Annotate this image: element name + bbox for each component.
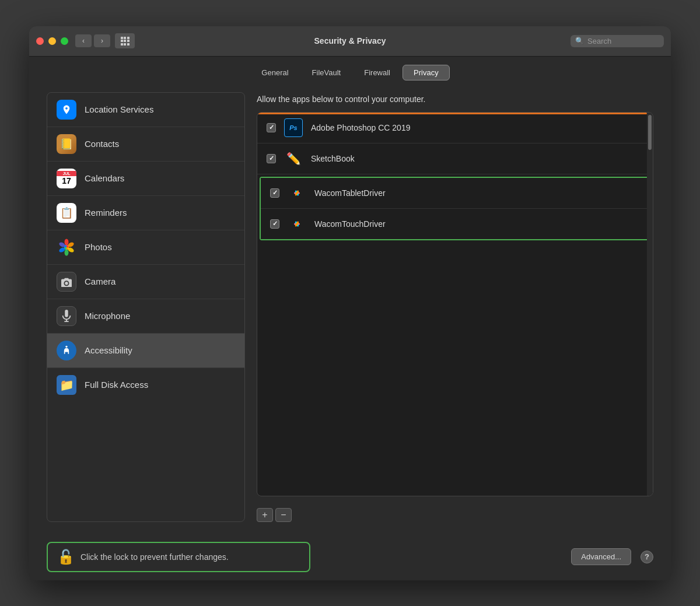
svg-point-11	[65, 345, 67, 347]
checkbox-wacom-tablet[interactable]	[270, 188, 279, 198]
lock-section[interactable]: 🔓 Click the lock to prevent further chan…	[47, 542, 310, 572]
photos-icon	[57, 237, 76, 257]
grid-icon	[121, 37, 130, 45]
svg-point-1	[65, 239, 69, 245]
sidebar: Location Services 📒 Contacts JUL 17 Cale…	[47, 92, 245, 522]
app-name-wacom-touch: WacomTouchDriver	[314, 219, 386, 229]
sidebar-item-contacts[interactable]: 📒 Contacts	[47, 127, 244, 162]
app-item-sketchbook: ✏️ SketchBook	[257, 143, 653, 174]
add-app-button[interactable]: +	[257, 508, 273, 522]
remove-app-button[interactable]: −	[275, 508, 292, 522]
sidebar-item-accessibility[interactable]: Accessibility	[47, 334, 244, 368]
back-button[interactable]: ‹	[75, 34, 92, 47]
grid-button[interactable]	[115, 33, 135, 48]
close-button[interactable]	[36, 37, 44, 45]
right-panel: Allow the apps below to control your com…	[257, 92, 653, 522]
nav-buttons: ‹ ›	[75, 34, 110, 47]
titlebar: ‹ › Security & Privacy 🔍	[29, 26, 671, 57]
photoshop-icon: Ps	[284, 118, 303, 137]
reminders-icon: 📋	[57, 203, 76, 223]
checkbox-sketchbook[interactable]	[267, 154, 276, 163]
apps-list: Ps Adobe Photoshop CC 2019 ✏️ SketchBook	[257, 112, 653, 496]
maximize-button[interactable]	[61, 37, 68, 45]
help-button[interactable]: ?	[640, 551, 653, 563]
checkbox-wacom-touch[interactable]	[270, 219, 279, 229]
sidebar-label-accessibility: Accessibility	[85, 345, 132, 355]
app-item-wacom-touch: WacomTouchDriver	[261, 209, 649, 239]
checkbox-photoshop[interactable]	[267, 123, 276, 132]
svg-point-7	[65, 282, 68, 285]
scrollbar-thumb[interactable]	[648, 115, 652, 150]
app-item-wacom-tablet: WacomTabletDriver	[261, 178, 649, 209]
tab-privacy[interactable]: Privacy	[402, 65, 450, 80]
app-item-photoshop: Ps Adobe Photoshop CC 2019	[257, 113, 653, 143]
minimize-button[interactable]	[48, 37, 56, 45]
sidebar-label-camera: Camera	[85, 276, 116, 286]
app-name-wacom-tablet: WacomTabletDriver	[314, 188, 386, 198]
sidebar-item-reminders[interactable]: 📋 Reminders	[47, 196, 244, 230]
sidebar-item-calendars[interactable]: JUL 17 Calendars	[47, 162, 244, 196]
lock-icon: 🔓	[57, 549, 75, 565]
tab-filevault[interactable]: FileVault	[301, 65, 352, 80]
disk-icon: 📁	[57, 375, 76, 395]
main-window: ‹ › Security & Privacy 🔍 General FileVau…	[29, 26, 671, 580]
sidebar-label-location-services: Location Services	[85, 104, 153, 114]
location-icon	[57, 100, 76, 120]
main-content: Location Services 📒 Contacts JUL 17 Cale…	[29, 86, 671, 534]
advanced-button[interactable]: Advanced...	[571, 548, 631, 565]
contacts-icon: 📒	[57, 134, 76, 154]
app-name-photoshop: Adobe Photoshop CC 2019	[311, 123, 410, 132]
tabs-row: General FileVault Firewall Privacy	[29, 57, 671, 86]
lock-text: Click the lock to prevent further change…	[80, 552, 229, 562]
wacom-touch-icon	[288, 215, 306, 233]
search-bar[interactable]: 🔍	[570, 35, 664, 47]
svg-point-4	[65, 249, 69, 255]
microphone-icon	[57, 306, 76, 326]
window-title: Security & Privacy	[314, 36, 386, 45]
sidebar-label-photos: Photos	[85, 242, 112, 252]
add-remove-buttons: + −	[257, 508, 653, 522]
bottom-bar: 🔓 Click the lock to prevent further chan…	[29, 534, 671, 580]
calendars-icon: JUL 17	[57, 169, 76, 188]
sidebar-item-photos[interactable]: Photos	[47, 230, 244, 265]
traffic-lights	[36, 37, 68, 45]
panel-description: Allow the apps below to control your com…	[257, 94, 653, 104]
scrollbar-track	[647, 113, 653, 496]
sidebar-label-reminders: Reminders	[85, 208, 127, 218]
sidebar-label-microphone: Microphone	[85, 311, 130, 321]
forward-button[interactable]: ›	[94, 34, 110, 47]
sketchbook-icon: ✏️	[284, 149, 303, 168]
sidebar-item-microphone[interactable]: Microphone	[47, 299, 244, 334]
accessibility-icon	[57, 341, 76, 360]
tab-firewall[interactable]: Firewall	[353, 65, 401, 80]
scroll-indicator	[257, 113, 647, 114]
search-input[interactable]	[587, 37, 659, 45]
sidebar-label-calendars: Calendars	[85, 173, 124, 183]
tab-general[interactable]: General	[250, 65, 299, 80]
sidebar-item-full-disk-access[interactable]: 📁 Full Disk Access	[47, 368, 244, 402]
svg-rect-8	[65, 310, 68, 317]
sidebar-item-camera[interactable]: Camera	[47, 265, 244, 299]
wacom-tablet-icon	[288, 184, 306, 202]
wacom-group: WacomTabletDriver	[260, 177, 650, 240]
app-name-sketchbook: SketchBook	[311, 154, 355, 163]
search-icon: 🔍	[575, 37, 584, 45]
sidebar-label-full-disk-access: Full Disk Access	[85, 380, 148, 390]
sidebar-label-contacts: Contacts	[85, 139, 119, 149]
sidebar-item-location-services[interactable]: Location Services	[47, 93, 244, 127]
camera-icon	[57, 272, 76, 292]
